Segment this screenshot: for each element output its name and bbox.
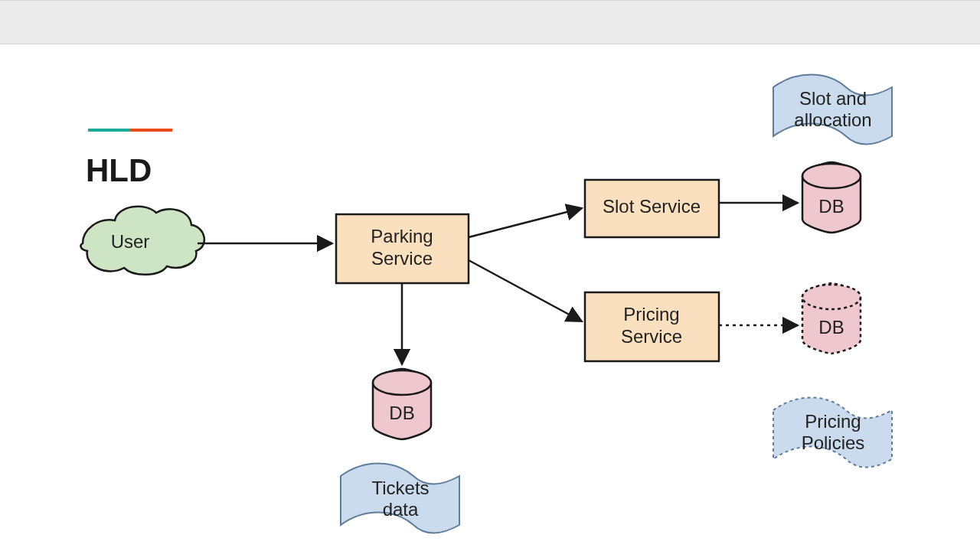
svg-text:Pricing: Pricing <box>805 411 861 432</box>
svg-text:Pricing: Pricing <box>623 304 679 324</box>
svg-text:Service: Service <box>371 248 433 269</box>
svg-text:Slot Service: Slot Service <box>603 196 701 217</box>
node-db-slot: DB <box>802 162 861 233</box>
svg-text:Tickets: Tickets <box>371 478 429 498</box>
flag-slot-allocation: Slot and allocation <box>773 75 892 145</box>
svg-text:Policies: Policies <box>802 432 865 453</box>
arrow-parking-to-pricing <box>469 260 582 321</box>
svg-text:Parking: Parking <box>371 226 433 246</box>
node-db-tickets: DB <box>373 369 431 439</box>
svg-text:DB: DB <box>818 317 844 337</box>
svg-point-10 <box>802 164 861 188</box>
node-slot-service: Slot Service <box>585 180 719 237</box>
flag-pricing-policies: Pricing Policies <box>773 398 892 468</box>
flag-tickets-data: Tickets data <box>341 464 459 533</box>
node-user-label: User <box>111 231 150 252</box>
arrow-parking-to-slot <box>469 208 582 237</box>
svg-point-8 <box>373 370 431 395</box>
svg-text:DB: DB <box>818 196 844 217</box>
svg-text:Slot and: Slot and <box>799 88 867 109</box>
svg-point-12 <box>802 285 861 309</box>
node-user-cloud: User <box>81 207 204 275</box>
diagram-canvas: User Parking Service Slot Service Pricin… <box>0 0 980 551</box>
node-db-pricing: DB <box>802 283 861 354</box>
svg-text:DB: DB <box>389 403 414 423</box>
node-pricing-service: Pricing Service <box>585 292 719 361</box>
node-parking-service: Parking Service <box>336 214 469 283</box>
svg-text:allocation: allocation <box>794 109 871 130</box>
svg-text:Service: Service <box>621 326 682 347</box>
svg-text:data: data <box>383 499 419 520</box>
